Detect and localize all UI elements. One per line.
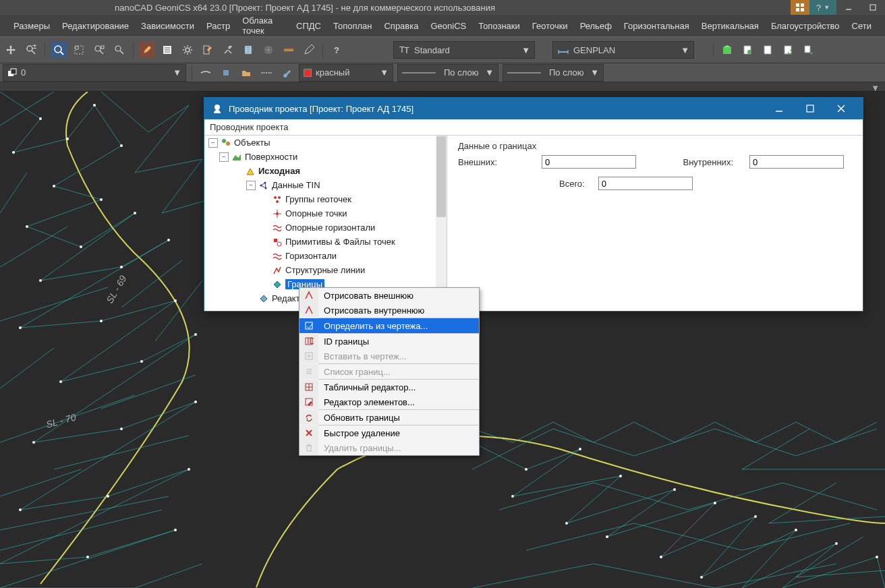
tree-geopoint-groups[interactable]: Группы геоточек [285,194,351,204]
pw-minimize-button[interactable] [764,99,794,118]
project-tree[interactable]: −Объекты −Поверхности Исходная −Данные T… [204,136,447,311]
objects-icon [221,138,231,148]
tree-objects[interactable]: Объекты [234,138,270,148]
cm-boundary-id[interactable]: IDID границы [299,334,479,349]
edit-mode-icon[interactable] [139,42,155,58]
menu-seti[interactable]: Сети [852,21,872,31]
folder-icon[interactable] [238,65,254,81]
cm-draw-inner[interactable]: Отрисовать внутреннюю [299,303,479,318]
menu-zavisimosIsti[interactable]: Зависимости [141,21,194,31]
zoom-realtime-icon[interactable]: ± [23,42,39,58]
cm-update-boundaries[interactable]: Обновить границы [299,410,479,425]
table-editor-icon [299,380,318,394]
sheet-icon[interactable] [739,42,755,58]
edit-tin-icon [258,293,269,304]
total-field[interactable] [598,177,693,190]
app-menu-icon[interactable] [791,0,809,15]
tree-contours[interactable]: Горизонтали [285,251,337,261]
package-green-icon[interactable] [719,42,735,58]
tree-surfaces[interactable]: Поверхности [245,152,297,162]
pw-maximize-button[interactable] [795,99,825,118]
cm-draw-outer[interactable]: Отрисовать внешнюю [299,288,479,303]
tree-struct-lines[interactable]: Структурные линии [285,265,365,275]
surfaces-icon [231,152,242,163]
pencil-icon[interactable] [301,42,317,58]
svg-rect-5 [870,5,876,10]
tree-ref-contours[interactable]: Опорные горизонтали [285,223,375,233]
globe-icon[interactable] [260,42,277,58]
doc-export-icon[interactable] [800,42,816,58]
menu-spravka[interactable]: Справка [384,21,418,31]
minimize-button[interactable] [836,0,861,15]
dim-style-combo[interactable]: GENPLAN ▼ [552,41,694,59]
boundary-id-icon: ID [299,334,318,349]
maximize-button[interactable] [861,0,885,15]
tree-primitives[interactable]: Примитивы & Файлы точек [285,237,395,247]
svg-point-96 [511,495,514,498]
zoom-window-icon[interactable] [51,42,67,58]
lineweight-combo[interactable]: По слою ▼ [503,64,604,82]
menu-oblaka-tochek[interactable]: Облака точек [242,16,284,36]
pan-icon[interactable] [3,42,19,58]
svg-point-106 [835,542,838,545]
list-icon[interactable] [159,42,175,58]
cm-define-from-drawing[interactable]: Определить из чертежа... [299,318,479,333]
zoom-extents-icon[interactable] [71,42,87,58]
boundary-list-icon [299,364,318,379]
svg-point-99 [673,488,676,491]
text-style-combo[interactable]: TT Standard ▼ [393,41,535,59]
outer-field[interactable] [542,155,636,169]
tree-tin-data[interactable]: Данные TIN [272,180,320,190]
linetype1-icon[interactable] [198,65,214,81]
tree-collapse-objects[interactable]: − [208,138,218,148]
tools-icon[interactable] [220,42,236,58]
cm-quick-delete[interactable]: Быстрое удаление [299,425,479,440]
svg-point-102 [660,556,662,558]
menu-razmery[interactable]: Размеры [13,21,50,31]
help-dropdown[interactable]: ?▼ [809,0,836,15]
inner-label: Внутренних: [652,157,733,167]
help-icon[interactable]: ? [329,42,345,58]
doc-refresh-icon[interactable] [780,42,796,58]
dim-continue-icon[interactable] [258,65,275,81]
cm-table-editor[interactable]: Табличный редактор... [299,380,479,394]
linetype-combo[interactable]: По слою ▼ [397,64,498,82]
menu-blagoustroys[interactable]: Благоустройство [771,21,840,31]
svg-point-16 [115,46,121,51]
cm-insert-to-drawing: Вставить в чертеж... [299,349,479,363]
project-window-titlebar[interactable]: Проводник проекта [Проект: Проект АД 174… [204,98,863,119]
menu-geotochki[interactable]: Геоточки [532,21,568,31]
svg-rect-2 [796,8,799,11]
tree-source[interactable]: Исходная [258,166,300,176]
brush-icon[interactable] [279,65,295,81]
menu-redaktirovanie[interactable]: Редактирование [62,21,129,31]
drawing-canvas[interactable]: SL - 69 SL - 70 Проводник проекта [Проек… [0,92,885,588]
tree-collapse-tin[interactable]: − [246,181,256,190]
notes-icon[interactable] [240,42,256,58]
zoom-in-icon[interactable] [91,42,107,58]
zoom-out-icon[interactable] [111,42,127,58]
svg-point-75 [80,245,82,248]
color-swatch [304,69,312,77]
ref-points-icon [272,208,283,219]
menu-spds[interactable]: СПДС [296,21,321,31]
pw-close-button[interactable] [826,99,856,118]
menu-vertikalnaya[interactable]: Вертикальная [702,21,759,31]
tree-ref-points[interactable]: Опорные точки [285,208,347,218]
edit-props-icon[interactable] [200,42,216,58]
menu-relief[interactable]: Рельеф [580,21,612,31]
menu-topoznaki[interactable]: Топознаки [478,21,520,31]
gear-icon[interactable] [179,42,196,58]
measure-icon[interactable] [281,42,297,58]
page-icon[interactable] [760,42,776,58]
menu-topoplan[interactable]: Топоплан [333,21,372,31]
cm-element-editor[interactable]: Редактор элементов... [299,394,479,409]
tree-collapse-surfaces[interactable]: − [219,152,229,162]
menu-gorizontalnaya[interactable]: Горизонтальная [624,21,689,31]
color-combo[interactable]: красный ▼ [299,64,393,82]
layer-combo[interactable]: 0 ▼ [3,64,186,82]
linetype2-icon[interactable] [218,65,234,81]
menu-geonics[interactable]: GeoniCS [430,21,466,31]
tree-scrollbar[interactable] [436,136,447,311]
inner-field[interactable] [749,155,844,169]
